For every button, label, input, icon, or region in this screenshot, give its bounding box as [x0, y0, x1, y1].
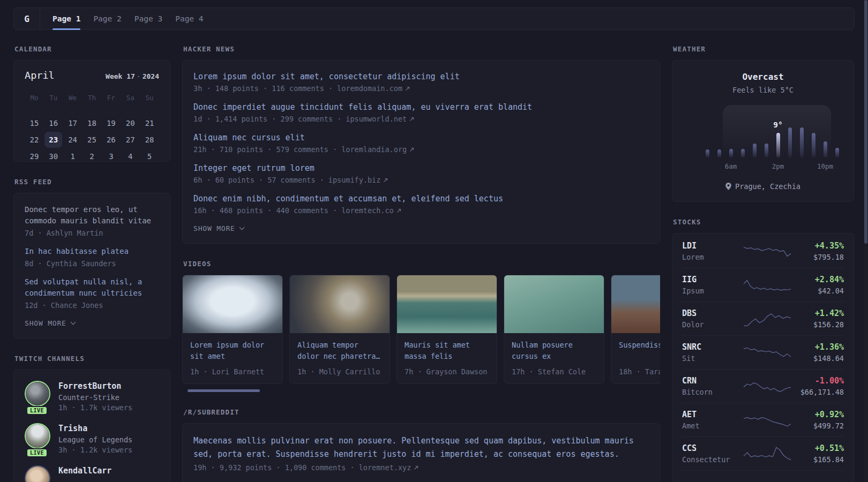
- stock-row[interactable]: CCS Consectetur +0.51% $165.84: [682, 436, 844, 470]
- calendar-day: 17: [63, 115, 83, 132]
- show-more-label: SHOW MORE: [25, 319, 66, 327]
- stock-row[interactable]: DBS Dolor +1.42% $156.28: [682, 302, 844, 335]
- hackernews-widget: Lorem ipsum dolor sit amet, consectetur …: [182, 60, 660, 244]
- rss-show-more-button[interactable]: SHOW MORE: [25, 319, 159, 327]
- video-title[interactable]: Lorem ipsum dolor sit amet consectetu…: [190, 340, 275, 362]
- twitch-channel-row[interactable]: LIVE Trisha League of Legends 3h · 1.2k …: [25, 423, 159, 454]
- video-thumbnail[interactable]: [290, 275, 390, 333]
- hackernews-item-domain[interactable]: ipsumify.biz: [328, 176, 381, 184]
- stocks-widget: LDI Lorem +4.35% $795.18 IIG: [672, 233, 854, 482]
- live-badge: LIVE: [26, 448, 48, 457]
- twitch-section-title: TWITCH CHANNELS: [14, 355, 169, 363]
- video-card[interactable]: Lorem ipsum dolor sit amet consectetu… 1…: [182, 275, 283, 384]
- video-thumbnail[interactable]: [611, 275, 660, 333]
- video-title[interactable]: Mauris sit amet massa felis: [405, 340, 489, 362]
- app-logo[interactable]: G: [14, 8, 40, 29]
- separator-dot: ·: [135, 72, 143, 80]
- stock-row[interactable]: LDI Lorem +4.35% $795.18: [682, 234, 844, 268]
- weather-feels-like: Feels like 5°C: [672, 86, 854, 94]
- video-card[interactable]: Suspendisse diam 18h · Tara: [611, 275, 660, 384]
- hackernews-item-meta: 1d · 1,414 points · 299 comments · ipsum…: [193, 115, 649, 123]
- stock-sparkline-wrap: [740, 242, 795, 261]
- hackernews-item-title[interactable]: Donec enim nibh, condimentum et accumsan…: [193, 193, 649, 204]
- video-thumbnail[interactable]: [397, 275, 497, 333]
- top-nav: G Page 1Page 2Page 3Page 4: [13, 7, 855, 30]
- page-scrollbar-track[interactable]: [864, 0, 868, 482]
- page-tab[interactable]: Page 3: [134, 8, 162, 29]
- weather-bar: [717, 149, 721, 157]
- stock-sparkline: [743, 376, 791, 396]
- page-tab[interactable]: Page 2: [93, 8, 121, 29]
- twitch-channel-name[interactable]: Trisha: [58, 423, 132, 434]
- page-scrollbar-thumb[interactable]: [864, 0, 867, 244]
- stock-name: Ipsum: [682, 287, 740, 295]
- twitch-channel-name[interactable]: KendallCarr: [58, 465, 111, 476]
- stock-sparkline: [743, 444, 791, 463]
- hackernews-item-title[interactable]: Lorem ipsum dolor sit amet, consectetur …: [193, 71, 649, 82]
- video-card[interactable]: Nullam posuere cursus ex 17h · Stefan Co…: [504, 275, 604, 384]
- stock-id: CCS Consectetur: [682, 443, 740, 464]
- weather-section-title: WEATHER: [673, 45, 853, 53]
- stock-row[interactable]: IIG Ipsum +2.84% $42.04: [682, 268, 844, 302]
- calendar-widget: April Week 17·2024 MoTuWeThFrSaSu 151617…: [13, 60, 170, 162]
- stock-row[interactable]: AET Amet +0.92% $499.72: [682, 403, 844, 436]
- hackernews-item: Integer eget rutrum lorem 6h · 60 points…: [193, 163, 649, 184]
- stock-row[interactable]: SNRC Sit +1.36% $148.64: [682, 335, 844, 369]
- video-card[interactable]: Aliquam tempor dolor nec pharetra… 1h · …: [289, 275, 390, 384]
- weekday-label: Su: [140, 91, 159, 106]
- video-title[interactable]: Aliquam tempor dolor nec pharetra…: [297, 340, 382, 362]
- twitch-channel-row[interactable]: KendallCarr: [25, 465, 159, 482]
- hackernews-show-more-button[interactable]: SHOW MORE: [193, 224, 649, 232]
- subreddit-post-title[interactable]: Maecenas mollis pulvinar erat non posuer…: [193, 434, 649, 461]
- subreddit-post-domain[interactable]: loremnet.xyz: [359, 463, 411, 472]
- hackernews-item-domain[interactable]: ipsumworld.net: [346, 115, 407, 123]
- stock-price: $148.64: [795, 354, 844, 363]
- hackernews-item-title[interactable]: Integer eget rutrum lorem: [193, 163, 649, 174]
- stock-change: -1.00%: [795, 376, 844, 386]
- video-thumbnail[interactable]: [183, 275, 282, 333]
- carousel-scrollbar-thumb[interactable]: [188, 389, 260, 392]
- weekday-label: Mo: [25, 91, 44, 106]
- hackernews-item-domain[interactable]: loremtech.co: [341, 206, 394, 215]
- rss-item-title[interactable]: Donec tempor eros leo, ut commodo mauris…: [25, 204, 159, 227]
- weather-location: Prague, Czechia: [735, 182, 800, 191]
- rss-item-title[interactable]: In hac habitasse platea: [25, 246, 159, 257]
- stock-values: +1.36% $148.64: [795, 342, 844, 363]
- twitch-channel-info: ForrestBurton Counter-Strike 1h · 1.7k v…: [58, 381, 132, 412]
- stock-id: LDI Lorem: [682, 241, 740, 261]
- rss-item-title[interactable]: Sed volutpat nulla nisl, a condimentum n…: [25, 276, 159, 299]
- video-title[interactable]: Nullam posuere cursus ex: [512, 340, 596, 362]
- hackernews-item-domain[interactable]: loremdomain.com: [337, 84, 402, 93]
- hackernews-item-stats: 16h · 468 points · 440 comments ·: [193, 206, 337, 215]
- stock-row[interactable]: AHS +0.46%: [682, 470, 844, 482]
- stock-row[interactable]: CRN Bitcorn -1.00% $66,171.48: [682, 369, 844, 403]
- external-link-icon: [414, 465, 418, 470]
- page-tab[interactable]: Page 4: [175, 8, 203, 29]
- video-card[interactable]: Mauris sit amet massa felis 7h · Grayson…: [396, 275, 497, 384]
- hackernews-item: Aliquam nec cursus elit 21h · 710 points…: [193, 132, 649, 154]
- twitch-channel-row[interactable]: LIVE ForrestBurton Counter-Strike 1h · 1…: [25, 381, 159, 412]
- calendar-day: 29: [25, 148, 44, 165]
- stock-sparkline-wrap: [740, 343, 795, 362]
- hackernews-item-domain[interactable]: loremlandia.org: [341, 145, 407, 154]
- hackernews-item-title[interactable]: Aliquam nec cursus elit: [193, 132, 649, 143]
- hackernews-item-title[interactable]: Donec imperdiet augue tincidunt felis al…: [193, 102, 649, 112]
- middle-column: HACKER NEWS Lorem ipsum dolor sit amet, …: [182, 42, 660, 482]
- stock-price: $795.18: [795, 253, 844, 261]
- stock-sparkline-wrap: [740, 410, 795, 430]
- page-tab[interactable]: Page 1: [53, 8, 80, 29]
- stock-sparkline: [743, 309, 791, 328]
- weather-bar: [741, 149, 745, 157]
- twitch-avatar-wrap: LIVE: [25, 381, 49, 412]
- video-title[interactable]: Suspendisse diam: [619, 340, 660, 362]
- hackernews-section: HACKER NEWS Lorem ipsum dolor sit amet, …: [182, 45, 660, 244]
- video-thumbnail[interactable]: [504, 275, 604, 333]
- stock-id: CRN Bitcorn: [682, 376, 740, 396]
- weather-hour-column: 10pm: [819, 141, 831, 157]
- twitch-channel-name[interactable]: ForrestBurton: [58, 381, 132, 391]
- weather-hour-column: 6am: [725, 149, 737, 157]
- weather-bar: [776, 133, 780, 157]
- calendar-section-title: CALENDAR: [14, 45, 169, 53]
- hackernews-item: Donec imperdiet augue tincidunt felis al…: [193, 102, 649, 123]
- weather-temp-label: 9°: [773, 120, 782, 129]
